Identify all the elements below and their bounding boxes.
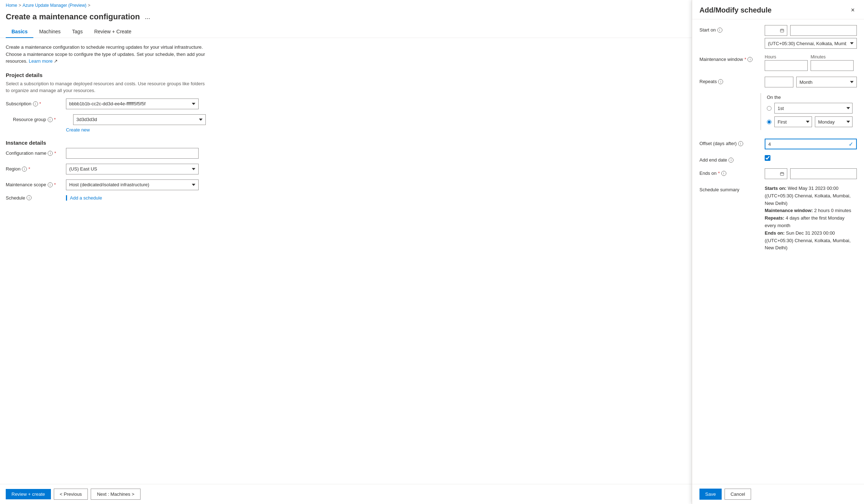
subscription-select[interactable]: bbbb1b1b-cc2c-dd3d-ee4e-ffffff5f5f5f: [66, 99, 199, 109]
ends-on-control: 12/31/2023 12:00 AM: [765, 168, 857, 179]
project-details-header: Project details: [6, 72, 686, 78]
offset-input-wrapper[interactable]: 4 ✓: [765, 139, 857, 149]
config-name-group: Configuration name i *: [6, 148, 686, 159]
repeats-bold: Repeats:: [765, 215, 784, 221]
radio-day-of-month: 1st 1st 2nd 3rd Last: [767, 103, 853, 114]
maintenance-scope-select[interactable]: Host (dedicated/isolated infrastructure): [66, 179, 199, 190]
content-area: Create a maintenance configuration to sc…: [0, 38, 692, 484]
repeats-unit-select[interactable]: DayWeekMonthYear: [796, 77, 857, 87]
previous-button[interactable]: < Previous: [54, 489, 88, 500]
maintenance-scope-label: Maintenance scope i *: [6, 182, 63, 187]
ends-on-info-icon: i: [721, 171, 726, 176]
add-end-date-checkbox[interactable]: [765, 155, 770, 161]
minutes-input[interactable]: 0: [811, 60, 854, 71]
mw-value: 2 hours 0 minutes: [814, 208, 851, 213]
maintenance-window-label: Maintenance window * i: [699, 54, 760, 62]
next-machines-button[interactable]: Next : Machines >: [91, 489, 140, 500]
ends-on-bold: Ends on:: [765, 230, 785, 236]
start-on-control: 05/31/2023 12:00 AM (UTC+05:30) Chennai,…: [765, 25, 857, 49]
ordinal-select[interactable]: FirstSecondThirdFourthLast: [774, 116, 812, 127]
breadcrumb-azure-update[interactable]: Azure Update Manager (Preview): [23, 3, 86, 8]
config-name-label: Configuration name i *: [6, 150, 63, 156]
offset-check-icon: ✓: [849, 141, 853, 148]
breadcrumb: Home > Azure Update Manager (Preview) >: [0, 0, 692, 11]
maintenance-scope-group: Maintenance scope i * Host (dedicated/is…: [6, 179, 686, 190]
weekday-select[interactable]: SundayMondayTuesdayWednesdayThursdayFrid…: [815, 116, 853, 127]
panel-close-button[interactable]: ×: [849, 6, 857, 15]
config-name-input[interactable]: [66, 148, 199, 159]
subscription-label: Subscription i *: [6, 101, 63, 106]
maintenance-window-info-icon: i: [747, 57, 753, 62]
panel-footer: Save Cancel: [692, 484, 864, 504]
mw-bold: Maintenance window:: [765, 208, 813, 213]
schedule-group: Schedule i Add a schedule: [6, 195, 686, 201]
learn-more-link[interactable]: Learn more: [29, 58, 52, 64]
start-date-input[interactable]: 05/31/2023: [768, 28, 779, 33]
ellipsis-button[interactable]: ...: [143, 13, 152, 21]
start-time-input[interactable]: 12:00 AM: [790, 25, 857, 36]
offset-control: 4 ✓: [765, 139, 857, 149]
starts-on-bold: Starts on:: [765, 186, 787, 191]
tab-basics[interactable]: Basics: [6, 26, 33, 38]
day-of-month-select[interactable]: 1st 1st 2nd 3rd Last: [774, 103, 853, 114]
radio-day-of-week: FirstSecondThirdFourthLast SundayMondayT…: [767, 116, 853, 127]
save-button[interactable]: Save: [699, 489, 722, 500]
ends-date-calendar-icon: [780, 171, 784, 177]
hours-label: Hours: [765, 54, 808, 59]
description-text: Create a maintenance configuration to sc…: [6, 44, 206, 65]
maintenance-window-control: Hours 2 Minutes 0: [765, 54, 857, 71]
on-the-section-wrapper: On the 1st 1st 2nd 3rd Last: [699, 93, 857, 134]
timezone-select[interactable]: (UTC+05:30) Chennai, Kolkata, Mumbai, N.…: [765, 38, 857, 49]
schedule-label: Schedule i: [6, 195, 63, 201]
panel-title: Add/Modify schedule: [699, 6, 772, 14]
repeats-row: Repeats i 1 DayWeekMonthYear: [699, 77, 857, 87]
add-end-date-row: Add end date i: [699, 155, 857, 163]
region-info-icon: i: [22, 167, 27, 172]
ends-time-input[interactable]: 12:00 AM: [790, 168, 857, 179]
hours-input[interactable]: 2: [765, 60, 808, 71]
tabs: Basics Machines Tags Review + Create: [0, 26, 692, 38]
maintenance-scope-info-icon: i: [48, 182, 53, 187]
cancel-button[interactable]: Cancel: [725, 489, 751, 500]
add-end-date-info-icon: i: [728, 158, 734, 163]
page-title: Create a maintenance configuration: [6, 12, 140, 21]
create-new-link[interactable]: Create new: [66, 127, 686, 133]
tab-review-create[interactable]: Review + Create: [89, 26, 137, 38]
region-select[interactable]: (US) East US: [66, 164, 199, 174]
start-date-wrapper[interactable]: 05/31/2023: [765, 25, 787, 36]
resource-group-label: Resource group i *: [13, 117, 70, 122]
subscription-group: Subscription i * bbbb1b1b-cc2c-dd3d-ee4e…: [6, 99, 686, 109]
minutes-group: Minutes 0: [811, 54, 854, 71]
subscription-info-icon: i: [33, 101, 38, 106]
start-on-label: Start on i: [699, 25, 760, 33]
add-schedule-link[interactable]: Add a schedule: [66, 195, 102, 201]
hours-group: Hours 2: [765, 54, 808, 71]
schedule-summary-label: Schedule summary: [699, 185, 760, 192]
instance-details-header: Instance details: [6, 140, 686, 146]
schedule-info-icon: i: [27, 195, 32, 200]
resource-group-select[interactable]: 3d3d3d3d: [73, 114, 206, 125]
page-title-row: Create a maintenance configuration ...: [0, 11, 692, 26]
tab-tags[interactable]: Tags: [66, 26, 89, 38]
schedule-summary-control: Starts on: Wed May 31 2023 00:00 ((UTC+0…: [765, 185, 857, 252]
repeats-info-icon: i: [718, 79, 723, 84]
start-date-calendar-icon: [780, 28, 784, 33]
config-name-info-icon: i: [48, 151, 53, 156]
tab-machines[interactable]: Machines: [33, 26, 66, 38]
on-the-section: On the 1st 1st 2nd 3rd Last: [760, 93, 853, 130]
repeats-control: 1 DayWeekMonthYear: [765, 77, 857, 87]
repeats-count-input[interactable]: 1: [765, 77, 793, 87]
ends-on-row: Ends on * i 12/31/2023 12:00 AM: [699, 168, 857, 179]
ends-date-input[interactable]: 12/31/2023: [768, 171, 779, 177]
start-on-row: Start on i 05/31/2023 12:00 AM: [699, 25, 857, 49]
radio-day-of-month-input[interactable]: [767, 106, 772, 111]
schedule-summary-text: Starts on: Wed May 31 2023 00:00 ((UTC+0…: [765, 185, 857, 252]
ends-date-wrapper[interactable]: 12/31/2023: [765, 168, 787, 179]
repeats-label: Repeats i: [699, 77, 760, 84]
on-the-label: On the: [767, 93, 853, 100]
panel-body: Start on i 05/31/2023 12:00 AM: [692, 19, 864, 484]
breadcrumb-home[interactable]: Home: [6, 3, 17, 8]
review-create-button[interactable]: Review + create: [6, 489, 51, 499]
offset-info-icon: i: [738, 141, 743, 146]
radio-day-of-week-input[interactable]: [767, 120, 772, 124]
